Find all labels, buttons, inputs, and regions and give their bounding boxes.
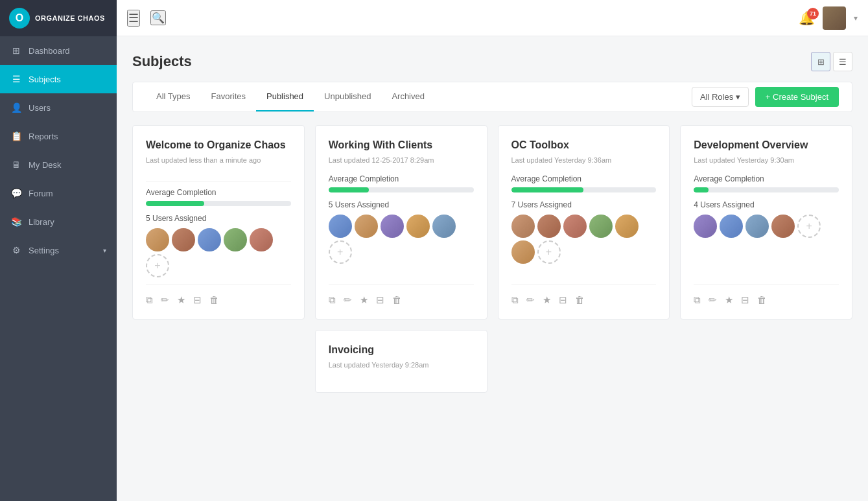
user-avatar-4-2	[720, 215, 743, 238]
user-avatar-2-3	[381, 215, 404, 238]
archive-icon-1[interactable]: ⊟	[193, 294, 202, 306]
sidebar-item-dashboard[interactable]: ⊞ Dashboard	[0, 36, 117, 65]
sidebar-item-reports[interactable]: 📋 Reports	[0, 122, 117, 150]
users-assigned-label-2: 5 Users Assigned	[329, 200, 474, 209]
avatar-row-4: +	[694, 215, 839, 238]
tab-published[interactable]: Published	[256, 82, 314, 111]
edit-icon-1[interactable]: ✏	[161, 294, 169, 306]
user-avatar-2-5	[432, 215, 456, 238]
progress-bg-3	[511, 187, 657, 192]
grid-view-button[interactable]: ⊞	[811, 52, 830, 71]
list-view-button[interactable]: ☰	[833, 52, 852, 71]
mydesk-icon: 🖥	[10, 159, 22, 170]
archive-icon-2[interactable]: ⊟	[376, 294, 384, 306]
card-actions-2: ⧉ ✏ ★ ⊟ 🗑	[329, 285, 474, 306]
user-dropdown-arrow-icon[interactable]: ▾	[854, 14, 858, 23]
user-avatar-3-3	[563, 215, 587, 238]
search-button[interactable]: 🔍	[150, 10, 166, 25]
sidebar-label-mydesk: My Desk	[29, 160, 62, 170]
forum-icon: 💬	[10, 187, 22, 199]
sidebar-item-users[interactable]: 👤 Users	[0, 93, 117, 122]
tab-all-types[interactable]: All Types	[146, 82, 201, 111]
topbar: ☰ 🔍 🔔 71 ▾	[117, 0, 868, 36]
delete-icon-1[interactable]: 🗑	[209, 294, 219, 306]
create-subject-button[interactable]: + Create Subject	[755, 87, 839, 107]
user-avatar-1-4	[224, 228, 247, 251]
copy-icon-1[interactable]: ⧉	[146, 294, 153, 306]
tabs-left: All Types Favorites Published Unpublishe…	[146, 82, 435, 111]
favorite-icon-1[interactable]: ★	[177, 294, 185, 306]
notification-badge: 71	[807, 8, 819, 19]
sidebar-item-settings[interactable]: ⚙ Settings ▾	[0, 236, 117, 264]
avatar-row-1: +	[146, 228, 291, 277]
subject-date-2: Last updated 12-25-2017 8:29am	[329, 156, 474, 164]
edit-icon-2[interactable]: ✏	[344, 294, 352, 306]
user-avatar-3-2	[537, 215, 561, 238]
edit-icon-3[interactable]: ✏	[526, 294, 535, 306]
subject-date-3: Last updated Yesterday 9:36am	[511, 156, 657, 164]
user-avatar-4-3	[745, 215, 769, 238]
sidebar-label-reports: Reports	[29, 132, 58, 141]
page-header: Subjects ⊞ ☰	[132, 52, 852, 71]
completion-label-4: Average Completion	[694, 174, 839, 183]
delete-icon-3[interactable]: 🗑	[575, 294, 585, 306]
subject-title-2: Working With Clients	[329, 139, 474, 152]
invoicing-date: Last updated Yesterday 9:28am	[329, 361, 474, 369]
subject-title-1: Welcome to Organize Chaos	[146, 139, 291, 152]
completion-label-1: Average Completion	[146, 188, 291, 197]
add-user-plus-1[interactable]: +	[146, 254, 169, 277]
sidebar-item-forum[interactable]: 💬 Forum	[0, 179, 117, 207]
user-avatar-button[interactable]	[823, 6, 846, 30]
sidebar-item-library[interactable]: 📚 Library	[0, 207, 117, 236]
user-avatar-3-5	[615, 215, 639, 238]
users-assigned-label-4: 4 Users Assigned	[694, 200, 839, 209]
subject-card-2: Working With Clients Last updated 12-25-…	[315, 125, 487, 320]
tab-unpublished[interactable]: Unpublished	[314, 82, 381, 111]
copy-icon-4[interactable]: ⧉	[694, 294, 701, 306]
sidebar-label-forum: Forum	[29, 189, 53, 198]
subject-date-1: Last updated less than a minute ago	[146, 156, 291, 164]
topbar-right: 🔔 71 ▾	[799, 6, 858, 30]
archive-icon-3[interactable]: ⊟	[559, 294, 567, 306]
progress-bg-4	[694, 187, 839, 192]
tabs-bar: All Types Favorites Published Unpublishe…	[132, 82, 852, 112]
users-icon: 👤	[10, 102, 22, 113]
sidebar-label-settings: Settings	[29, 246, 59, 255]
sidebar-label-subjects: Subjects	[29, 75, 61, 84]
progress-fill-1	[146, 201, 204, 206]
subject-card-4: Development Overview Last updated Yester…	[680, 125, 852, 320]
tab-favorites[interactable]: Favorites	[201, 82, 256, 111]
subject-card-3: OC Toolbox Last updated Yesterday 9:36am…	[498, 125, 670, 320]
favorite-icon-4[interactable]: ★	[725, 294, 733, 306]
user-avatar-1-3	[198, 228, 221, 251]
app-name: ORGANIZE CHAOS	[35, 14, 105, 22]
edit-icon-4[interactable]: ✏	[709, 294, 717, 306]
notifications-button[interactable]: 🔔 71	[799, 10, 815, 26]
avatar-row-3: +	[511, 215, 657, 264]
divider-1	[146, 181, 291, 181]
user-avatar-1-5	[250, 228, 273, 251]
favorite-icon-2[interactable]: ★	[360, 294, 368, 306]
copy-icon-2[interactable]: ⧉	[329, 294, 336, 306]
main-area: ☰ 🔍 🔔 71 ▾ Subjects ⊞ ☰ A	[117, 0, 868, 501]
sidebar-item-mydesk[interactable]: 🖥 My Desk	[0, 150, 117, 179]
settings-icon: ⚙	[10, 244, 22, 256]
all-roles-button[interactable]: All Roles ▾	[692, 87, 749, 107]
user-avatar-2-1	[329, 215, 352, 238]
user-avatar-image	[823, 6, 846, 30]
card-actions-1: ⧉ ✏ ★ ⊟ 🗑	[146, 285, 291, 306]
sidebar-item-subjects[interactable]: ☰ Subjects	[0, 65, 117, 93]
content-area: Subjects ⊞ ☰ All Types Favorites Publish…	[117, 36, 868, 501]
delete-icon-4[interactable]: 🗑	[757, 294, 767, 306]
tabs-right: All Roles ▾ + Create Subject	[692, 87, 839, 107]
delete-icon-2[interactable]: 🗑	[392, 294, 402, 306]
add-user-plus-2[interactable]: +	[329, 240, 352, 264]
add-user-plus-4[interactable]: +	[797, 215, 821, 238]
copy-icon-3[interactable]: ⧉	[511, 294, 519, 306]
tab-archived[interactable]: Archived	[381, 82, 435, 111]
hamburger-button[interactable]: ☰	[127, 10, 140, 27]
archive-icon-4[interactable]: ⊟	[741, 294, 749, 306]
favorite-icon-3[interactable]: ★	[543, 294, 551, 306]
user-avatar-2-4	[406, 215, 430, 238]
add-user-plus-3[interactable]: +	[537, 240, 561, 264]
